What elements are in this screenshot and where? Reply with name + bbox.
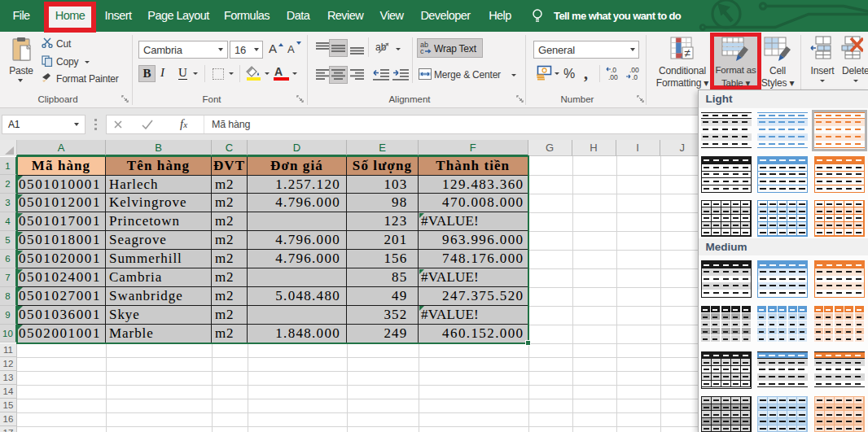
svg-text:.00: .00 bbox=[608, 73, 618, 81]
svg-text:≠: ≠ bbox=[685, 46, 691, 59]
svg-text:.0: .0 bbox=[632, 73, 638, 81]
svg-text:c: c bbox=[420, 47, 424, 55]
